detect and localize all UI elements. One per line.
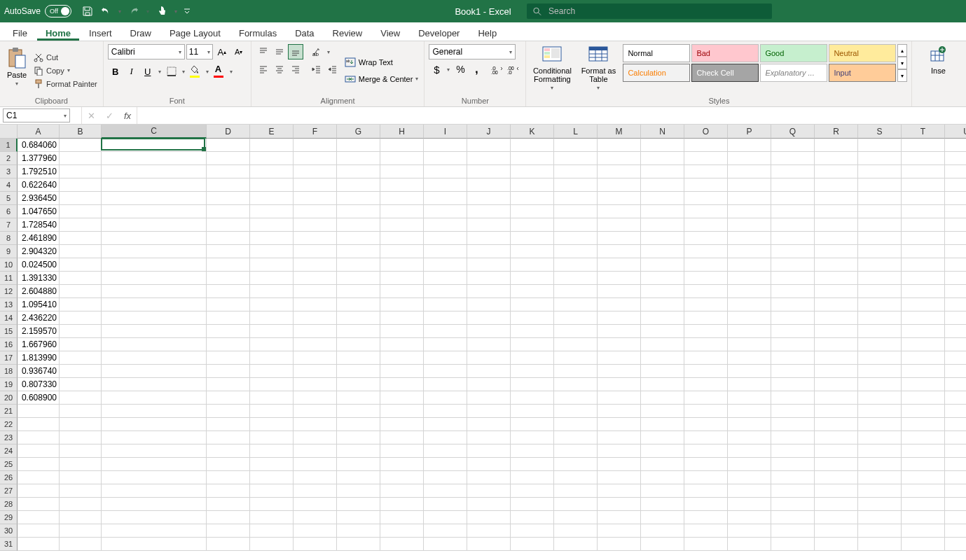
cell-U13[interactable]	[945, 298, 966, 312]
cell-L13[interactable]	[554, 298, 598, 312]
cell-K12[interactable]	[511, 285, 554, 298]
cell-G22[interactable]	[337, 418, 380, 431]
cell-S2[interactable]	[858, 152, 902, 165]
cell-N7[interactable]	[641, 218, 684, 232]
conditional-formatting-button[interactable]: Conditional Formatting▾	[530, 44, 574, 97]
percent-button[interactable]: %	[453, 62, 468, 77]
tab-review[interactable]: Review	[324, 25, 371, 41]
cell-T20[interactable]	[902, 391, 945, 405]
cell-H29[interactable]	[380, 511, 424, 524]
insert-cells-button[interactable]: Inse	[916, 44, 960, 75]
tab-developer[interactable]: Developer	[410, 25, 468, 41]
cell-J9[interactable]	[467, 245, 511, 258]
cell-K30[interactable]	[511, 524, 554, 538]
cell-F3[interactable]	[294, 165, 337, 178]
cell-P17[interactable]	[728, 351, 771, 365]
tab-help[interactable]: Help	[469, 25, 505, 41]
enter-formula-button[interactable]: ✓	[100, 111, 118, 121]
cell-U1[interactable]	[945, 139, 966, 152]
cell-N28[interactable]	[641, 498, 684, 511]
cell-L27[interactable]	[554, 484, 598, 498]
cell-H16[interactable]	[380, 338, 424, 351]
cell-M24[interactable]	[598, 444, 641, 458]
cell-S28[interactable]	[858, 498, 902, 511]
cell-E2[interactable]	[250, 152, 294, 165]
paste-button[interactable]: Paste ▾	[4, 44, 29, 97]
cell-L29[interactable]	[554, 511, 598, 524]
cell-B10[interactable]	[60, 258, 102, 272]
cell-I30[interactable]	[424, 524, 467, 538]
cell-T7[interactable]	[902, 218, 945, 232]
touch-mode-icon[interactable]	[154, 4, 170, 19]
row-header-22[interactable]: 22	[0, 418, 18, 431]
col-header-Q[interactable]: Q	[771, 125, 815, 139]
cell-I3[interactable]	[424, 165, 467, 178]
cell-H21[interactable]	[380, 405, 424, 418]
cell-D14[interactable]	[207, 312, 250, 325]
cell-H4[interactable]	[380, 178, 424, 192]
row-header-25[interactable]: 25	[0, 458, 18, 471]
cell-C19[interactable]	[102, 378, 207, 391]
cell-A12[interactable]: 2.604880	[18, 285, 60, 298]
style-normal[interactable]: Normal	[623, 44, 690, 62]
cell-A13[interactable]: 1.095410	[18, 298, 60, 312]
cell-K28[interactable]	[511, 498, 554, 511]
cell-N6[interactable]	[641, 205, 684, 218]
cell-H5[interactable]	[380, 192, 424, 205]
cell-I16[interactable]	[424, 338, 467, 351]
cell-R23[interactable]	[815, 431, 858, 444]
cell-F17[interactable]	[294, 351, 337, 365]
cell-O19[interactable]	[684, 378, 728, 391]
cell-G27[interactable]	[337, 484, 380, 498]
cell-C27[interactable]	[102, 484, 207, 498]
cell-U15[interactable]	[945, 325, 966, 338]
cell-A24[interactable]	[18, 444, 60, 458]
cell-L25[interactable]	[554, 458, 598, 471]
cell-Q30[interactable]	[771, 524, 815, 538]
cell-T17[interactable]	[902, 351, 945, 365]
cell-B1[interactable]	[60, 139, 102, 152]
cell-E23[interactable]	[250, 431, 294, 444]
borders-button[interactable]	[164, 64, 179, 79]
cell-Q12[interactable]	[771, 285, 815, 298]
cell-C28[interactable]	[102, 498, 207, 511]
cell-M6[interactable]	[598, 205, 641, 218]
cell-U11[interactable]	[945, 272, 966, 285]
cell-K22[interactable]	[511, 418, 554, 431]
cell-D3[interactable]	[207, 165, 250, 178]
cell-O16[interactable]	[684, 338, 728, 351]
cell-T9[interactable]	[902, 245, 945, 258]
cell-P28[interactable]	[728, 498, 771, 511]
cell-P20[interactable]	[728, 391, 771, 405]
cell-K31[interactable]	[511, 538, 554, 551]
cell-D7[interactable]	[207, 218, 250, 232]
cell-B4[interactable]	[60, 178, 102, 192]
cell-U9[interactable]	[945, 245, 966, 258]
cell-I14[interactable]	[424, 312, 467, 325]
decrease-font-icon[interactable]: A▾	[231, 44, 247, 59]
cell-I4[interactable]	[424, 178, 467, 192]
cell-D22[interactable]	[207, 418, 250, 431]
select-all-triangle[interactable]	[0, 125, 18, 139]
cell-T25[interactable]	[902, 458, 945, 471]
style-input[interactable]: Input	[829, 64, 896, 82]
font-size-selector[interactable]: 11▾	[186, 44, 213, 59]
redo-icon[interactable]	[126, 4, 142, 19]
cell-A21[interactable]	[18, 405, 60, 418]
cell-L3[interactable]	[554, 165, 598, 178]
cell-F18[interactable]	[294, 365, 337, 378]
cell-J12[interactable]	[467, 285, 511, 298]
cell-P21[interactable]	[728, 405, 771, 418]
cell-C31[interactable]	[102, 538, 207, 551]
cell-O4[interactable]	[684, 178, 728, 192]
cell-C20[interactable]	[102, 391, 207, 405]
cell-U4[interactable]	[945, 178, 966, 192]
cell-S5[interactable]	[858, 192, 902, 205]
row-header-21[interactable]: 21	[0, 405, 18, 418]
cell-C9[interactable]	[102, 245, 207, 258]
cell-H25[interactable]	[380, 458, 424, 471]
cell-Q19[interactable]	[771, 378, 815, 391]
cell-L31[interactable]	[554, 538, 598, 551]
cell-F2[interactable]	[294, 152, 337, 165]
row-header-3[interactable]: 3	[0, 165, 18, 178]
